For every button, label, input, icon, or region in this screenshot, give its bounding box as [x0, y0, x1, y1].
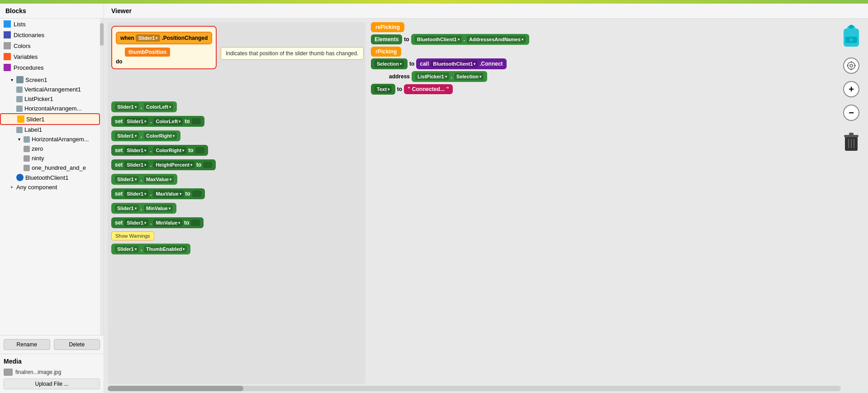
addresses-block[interactable]: BluetoothClient1▾ . AddressesAndNames▾ [411, 34, 529, 45]
component-dropdown[interactable]: Slider1 ▾ [136, 34, 161, 42]
slider1-dd8[interactable]: Slider1▾ [115, 205, 139, 212]
get-blocks: Slider1▾ . ColorLeft▾ set Slider1▾ . Col… [111, 100, 362, 256]
thumb-position-block[interactable]: thumbPosition [125, 48, 170, 57]
slider1-dd7[interactable]: Slider1▾ [124, 190, 148, 197]
address-label: address [389, 73, 410, 80]
maxvalue-dd2[interactable]: MaxValue▾ [153, 190, 183, 197]
rpicking-block[interactable]: rPicking [371, 47, 401, 57]
elements-block[interactable]: Elements [371, 34, 402, 44]
colorleft-dd1[interactable]: ColorLeft▾ [144, 103, 173, 110]
get-maxvalue-block[interactable]: Slider1▾ . MaxValue▾ [111, 174, 177, 185]
colorright-dd1[interactable]: ColorRight▾ [144, 132, 177, 139]
slider1-dd5[interactable]: Slider1▾ [124, 161, 148, 168]
rename-button[interactable]: Rename [4, 339, 50, 350]
set-colorleft-block[interactable]: set Slider1▾ . ColorLeft▾ to [111, 116, 204, 127]
get-minvalue-row: Slider1▾ . MinValue▾ [111, 201, 362, 215]
get-maxvalue-row: Slider1▾ . MaxValue▾ [111, 173, 362, 186]
show-warnings-btn[interactable]: Show Warnings [111, 231, 154, 240]
tree-item-listpicker[interactable]: ListPicker1 [0, 94, 100, 104]
lp-dd1[interactable]: ListPicker1▾ [415, 73, 449, 80]
delete-button[interactable]: Delete [54, 339, 100, 350]
zoom-in-button[interactable]: + [843, 81, 859, 97]
backpack-icon[interactable] [840, 23, 863, 50]
tree-item-horiz2[interactable]: ▾ HorizontalArrangem... [0, 134, 100, 144]
tree-item-any[interactable]: + Any component [0, 182, 100, 192]
event-block-container: when Slider1 ▾ .PositionChanged thumbPos… [111, 26, 217, 69]
slider1-dd2[interactable]: Slider1▾ [124, 118, 148, 125]
tree-item-ninty[interactable]: ninty [0, 153, 100, 163]
get-colorright-block[interactable]: Slider1▾ . ColorRight▾ [111, 130, 180, 141]
set-minvalue-block[interactable]: set Slider1▾ . MinValue▾ to [111, 217, 204, 228]
call-connect-block[interactable]: call BluetoothClient1▾ .Connect [416, 58, 506, 69]
slider1-dd6[interactable]: Slider1▾ [115, 176, 139, 183]
lp-sel-dd[interactable]: Selection▾ [454, 73, 484, 80]
connected-block[interactable]: " Connected... " [404, 84, 452, 94]
sidebar-scrollthumb[interactable] [100, 23, 104, 46]
center-button[interactable] [843, 58, 859, 74]
trash-button[interactable] [843, 132, 859, 153]
tree-item-label1[interactable]: Label1 [0, 125, 100, 134]
minvalue-dd2[interactable]: MinValue▾ [153, 219, 182, 226]
set-maxvalue-block[interactable]: set Slider1▾ . MaxValue▾ to [111, 188, 205, 199]
bottom-scrollbar-thumb[interactable] [108, 386, 243, 391]
tree-item-onehundred[interactable]: one_hundred_and_e [0, 163, 100, 173]
set-colorright-block[interactable]: set Slider1▾ . ColorRight▾ to [111, 145, 208, 156]
colorright-dd2[interactable]: ColorRight▾ [153, 147, 186, 154]
tooltip: Indicates that position of the slider th… [221, 47, 364, 60]
tree-item-slider1[interactable]: Slider1 [0, 113, 100, 125]
tree-item-screen1[interactable]: ▾ Screen1 [0, 75, 100, 85]
text-dd[interactable]: Text▾ [375, 86, 392, 93]
slider1-dd4[interactable]: Slider1▾ [124, 147, 148, 154]
tree-item-bluetooth[interactable]: BluetoothClient1 [0, 173, 100, 182]
text-block[interactable]: Text▾ [371, 84, 395, 95]
listpicker-icon [16, 96, 23, 102]
slider1-dd10[interactable]: Slider1▾ [115, 245, 139, 253]
connected-text: Connected... [412, 86, 445, 92]
tree-item-vertical[interactable]: VerticalArrangement1 [0, 85, 100, 94]
bt-dd2[interactable]: BluetoothClient1▾ [431, 60, 478, 67]
slider1-dd3[interactable]: Slider1▾ [115, 132, 139, 139]
horiz2-icon [24, 136, 30, 143]
get-colorleft-block[interactable]: Slider1▾ . ColorLeft▾ [111, 101, 177, 112]
get-thumbenabled-block[interactable]: Slider1▾ . ThumbEnabled▾ [111, 244, 190, 254]
get-minvalue-block[interactable]: Slider1▾ . MinValue▾ [111, 203, 176, 214]
maxvalue-value [192, 191, 201, 197]
thumbenabled-dd[interactable]: ThumbEnabled▾ [144, 245, 187, 253]
slider1-dd9[interactable]: Slider1▾ [124, 219, 148, 226]
sidebar-item-variables[interactable]: Variables [0, 51, 100, 62]
maxvalue-dd1[interactable]: MaxValue▾ [144, 176, 174, 183]
repicking-block[interactable]: rePicking [371, 22, 404, 32]
sidebar-item-dictionaries[interactable]: Dictionaries [0, 29, 100, 40]
do-row: do [116, 58, 212, 65]
colorleft-dd2[interactable]: ColorLeft▾ [153, 118, 183, 125]
selection-dd1[interactable]: Selection▾ [375, 60, 404, 67]
sidebar-item-lists[interactable]: Lists [0, 19, 100, 29]
tree-item-horiz1[interactable]: HorizontalArrangem... [0, 104, 100, 113]
sidebar-item-colors[interactable]: Colors [0, 40, 100, 51]
addresses-dd[interactable]: AddressesAndNames▾ [467, 36, 526, 43]
height-dd[interactable]: HeightPercent▾ [153, 161, 194, 168]
set-height-block[interactable]: set Slider1▾ . HeightPercent▾ to [111, 159, 216, 170]
minvalue-dd1[interactable]: MinValue▾ [144, 205, 173, 212]
slider1-dd1[interactable]: Slider1▾ [115, 103, 139, 110]
selection-block[interactable]: Selection▾ [371, 58, 408, 69]
listpicker-selection-block[interactable]: ListPicker1▾ . Selection▾ [412, 71, 487, 82]
to-label3: to [397, 86, 402, 92]
colorright-value [195, 147, 204, 153]
event-block[interactable]: when Slider1 ▾ .PositionChanged [116, 32, 212, 44]
label1-label: Label1 [24, 126, 42, 133]
zoom-out-button[interactable]: − [843, 105, 859, 121]
param-row: thumbPosition [125, 48, 212, 57]
label1-icon [16, 127, 23, 133]
bottom-scrollbar[interactable] [108, 386, 841, 391]
ninty-icon [24, 155, 30, 162]
sidebar-item-procedures[interactable]: Procedures [0, 62, 100, 73]
lists-label: Lists [14, 21, 26, 28]
horiz1-label: HorizontalArrangem... [24, 105, 81, 112]
warnings-row: Show Warnings [111, 230, 362, 241]
bt-dd1[interactable]: BluetoothClient1▾ [415, 36, 462, 43]
tree-item-zero[interactable]: zero [0, 144, 100, 153]
minvalue-value [191, 220, 200, 226]
upload-button[interactable]: Upload File ... [4, 379, 100, 389]
when-label: when [120, 35, 134, 41]
